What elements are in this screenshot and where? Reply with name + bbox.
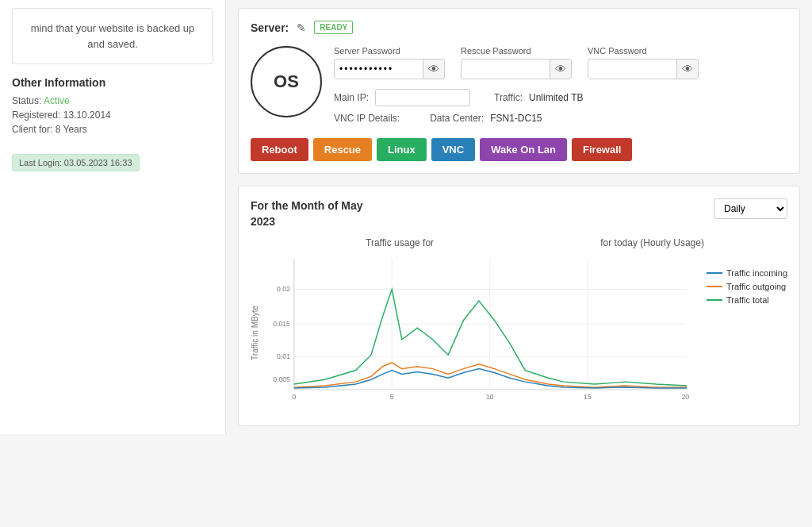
- svg-text:10: 10: [486, 394, 494, 402]
- registered-value: 13.10.2014: [63, 110, 111, 121]
- vnc-ip-label: VNC IP Details:: [334, 113, 400, 124]
- main-ip-field: Main IP:: [334, 89, 470, 106]
- vnc-password-group: VNC Password 👁: [588, 46, 699, 79]
- legend-label-incoming: Traffic incoming: [726, 268, 787, 278]
- registered-line: Registered: 13.10.2014: [12, 110, 213, 121]
- action-buttons: Reboot Rescue Linux VNC Wake On Lan Fire…: [251, 138, 787, 161]
- chart-subtitle-left: Traffic usage for: [366, 237, 434, 248]
- client-value: 8 Years: [56, 124, 87, 135]
- info-row-1: Main IP: Traffic: Unlimited TB: [334, 89, 787, 106]
- svg-text:0.01: 0.01: [277, 352, 290, 360]
- legend-label-total: Traffic total: [726, 295, 769, 305]
- vnc-password-label: VNC Password: [588, 46, 699, 56]
- period-select[interactable]: Daily Weekly Monthly: [714, 198, 787, 219]
- legend-label-outgoing: Traffic outgoing: [726, 282, 786, 291]
- edit-icon[interactable]: ✎: [297, 21, 306, 34]
- server-password-group: Server Password 👁: [334, 46, 445, 79]
- chart-subtitle-row: Traffic usage for for today (Hourly Usag…: [251, 237, 787, 248]
- chart-legend: Traffic incoming Traffic outgoing Traffi…: [707, 252, 787, 305]
- chart-header: For the Month of May 2023 Daily Weekly M…: [251, 198, 787, 229]
- svg-text:0.015: 0.015: [273, 320, 290, 328]
- status-value: Active: [44, 95, 70, 106]
- server-password-eye-button[interactable]: 👁: [423, 60, 444, 79]
- last-login-badge: Last Login: 03.05.2023 16:33: [12, 154, 140, 171]
- server-label: Server:: [251, 21, 289, 34]
- legend-item-total: Traffic total: [707, 295, 787, 305]
- server-password-input[interactable]: [335, 60, 423, 78]
- svg-text:5: 5: [390, 394, 394, 402]
- os-icon: OS: [251, 46, 322, 117]
- server-details: Server Password 👁 Rescue Password 👁: [334, 46, 787, 130]
- backup-notice: mind that your website is backed up and …: [12, 8, 213, 64]
- server-header: Server: ✎ READY: [251, 21, 787, 34]
- traffic-label: Traffic:: [494, 92, 523, 103]
- firewall-button[interactable]: Firewall: [572, 138, 632, 161]
- rescue-password-eye-button[interactable]: 👁: [550, 60, 571, 79]
- svg-text:0: 0: [292, 394, 296, 402]
- traffic-chart: 0.02 0.015 0.01 0.005 0 5 10 15 20: [263, 252, 695, 411]
- datacenter-field: Data Center: FSN1-DC15: [430, 113, 542, 124]
- vnc-password-input[interactable]: [588, 60, 676, 78]
- server-body: OS Server Password 👁 Rescue Password: [251, 46, 787, 130]
- chart-area: Traffic in MByte: [251, 252, 787, 414]
- svg-text:15: 15: [584, 394, 592, 402]
- rescue-password-group: Rescue Password 👁: [461, 46, 572, 79]
- legend-item-outgoing: Traffic outgoing: [707, 282, 787, 291]
- chart-svg-wrap: 0.02 0.015 0.01 0.005 0 5 10 15 20: [263, 252, 695, 414]
- server-password-label: Server Password: [334, 46, 445, 56]
- server-panel: Server: ✎ READY OS Server Password 👁: [238, 8, 800, 174]
- chart-subtitle-right: for today (Hourly Usage): [600, 237, 704, 248]
- status-line: Status: Active: [12, 95, 213, 106]
- legend-line-incoming: [707, 272, 722, 274]
- wake-on-lan-button[interactable]: Wake On Lan: [480, 138, 567, 161]
- other-info-title: Other Information: [12, 76, 213, 89]
- server-password-input-wrap: 👁: [334, 59, 445, 79]
- rescue-password-input[interactable]: [462, 60, 550, 78]
- sidebar: mind that your website is backed up and …: [0, 0, 226, 434]
- traffic-field: Traffic: Unlimited TB: [494, 89, 583, 106]
- datacenter-value: FSN1-DC15: [490, 113, 542, 124]
- main-ip-label: Main IP:: [334, 92, 369, 103]
- linux-button[interactable]: Linux: [377, 138, 427, 161]
- reboot-button[interactable]: Reboot: [251, 138, 308, 161]
- other-info-section: Other Information Status: Active Registe…: [12, 76, 213, 171]
- traffic-value: Unlimited TB: [529, 92, 583, 103]
- server-ready-badge: READY: [314, 21, 353, 34]
- svg-text:0.005: 0.005: [273, 375, 290, 383]
- vnc-ip-field: VNC IP Details:: [334, 113, 406, 124]
- svg-text:0.02: 0.02: [277, 286, 290, 294]
- rescue-password-label: Rescue Password: [461, 46, 572, 56]
- info-row-2: VNC IP Details: Data Center: FSN1-DC15: [334, 113, 787, 124]
- main-ip-input[interactable]: [375, 89, 470, 106]
- legend-line-total: [707, 299, 722, 301]
- rescue-password-input-wrap: 👁: [461, 59, 572, 79]
- rescue-button[interactable]: Rescue: [313, 138, 372, 161]
- chart-panel: For the Month of May 2023 Daily Weekly M…: [238, 186, 800, 426]
- vnc-password-input-wrap: 👁: [588, 59, 699, 79]
- svg-text:20: 20: [681, 394, 689, 402]
- legend-line-outgoing: [707, 286, 722, 287]
- passwords-row: Server Password 👁 Rescue Password 👁: [334, 46, 787, 79]
- client-for-line: Client for: 8 Years: [12, 124, 213, 135]
- datacenter-label: Data Center:: [430, 113, 484, 124]
- traffic-outgoing-line: [294, 363, 687, 387]
- main-content: Server: ✎ READY OS Server Password 👁: [226, 0, 812, 434]
- y-axis-label: Traffic in MByte: [251, 306, 259, 360]
- vnc-button[interactable]: VNC: [431, 138, 475, 161]
- vnc-password-eye-button[interactable]: 👁: [676, 60, 698, 79]
- chart-container: Traffic usage for for today (Hourly Usag…: [251, 237, 787, 414]
- chart-title: For the Month of May 2023: [251, 198, 363, 229]
- legend-item-incoming: Traffic incoming: [707, 268, 787, 278]
